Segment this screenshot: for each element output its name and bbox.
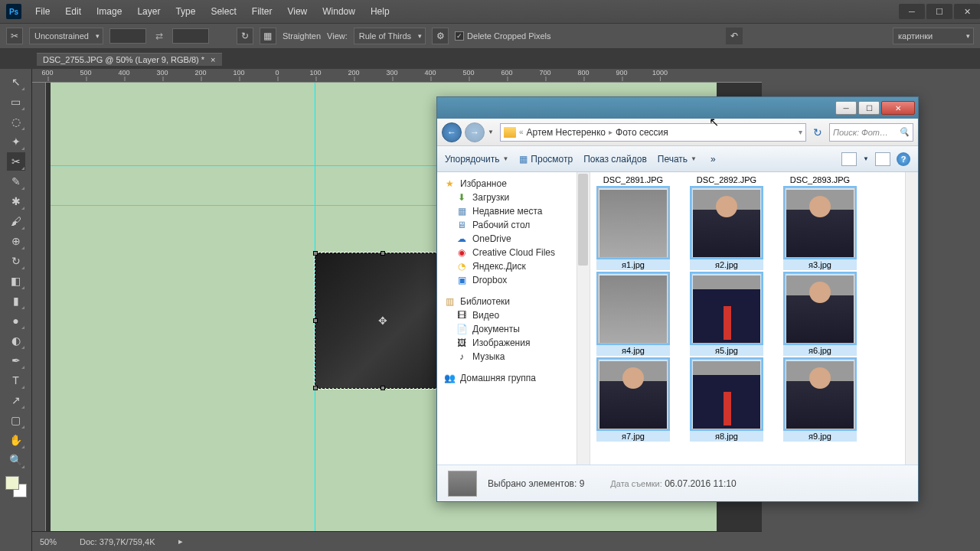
blur-tool[interactable]: ● (7, 311, 25, 330)
selection-marquee[interactable]: ✥ (315, 253, 451, 389)
menu-window[interactable]: Window (315, 0, 363, 23)
move-tool[interactable]: ↖ (7, 73, 25, 91)
chevron-right-icon[interactable]: ▸ (609, 128, 612, 136)
marquee-tool[interactable]: ▭ (7, 93, 25, 111)
foreground-color[interactable] (5, 476, 19, 490)
delete-cropped-checkbox[interactable]: ✓ Delete Cropped Pixels (455, 31, 550, 41)
breadcrumb-item[interactable]: Фото сессия (616, 127, 668, 138)
file-item[interactable]: я3.jpg (783, 187, 857, 270)
file-name[interactable]: DSC_2893.JPG (783, 175, 857, 184)
sidebar-item-yadisk[interactable]: ◔Яндекс.Диск (437, 259, 590, 273)
back-button[interactable]: ← (442, 122, 462, 142)
lasso-tool[interactable]: ◌ (7, 112, 25, 131)
sidebar-item-videos[interactable]: 🎞Видео (437, 308, 590, 322)
document-tab[interactable]: DSC_2755.JPG @ 50% (Layer 9, RGB/8) * × (37, 53, 222, 66)
explorer-window[interactable]: ─ ☐ ✕ ← → ▼ « Артем Нестеренко ▸ Фото се… (436, 96, 919, 502)
sidebar-item-music[interactable]: ♪Музыка (437, 350, 590, 364)
menu-select[interactable]: Select (203, 0, 243, 23)
dodge-tool[interactable]: ◐ (7, 331, 25, 350)
menu-edit[interactable]: Edit (57, 0, 89, 23)
sidebar-scrollbar[interactable] (577, 172, 590, 465)
gradient-tool[interactable]: ▮ (7, 292, 25, 310)
file-grid[interactable]: DSC_2891.JPG DSC_2892.JPG DSC_2893.JPG я… (590, 172, 918, 465)
history-brush-tool[interactable]: ↻ (7, 252, 25, 270)
color-swatches[interactable] (5, 476, 27, 497)
file-item[interactable]: я2.jpg (690, 187, 763, 270)
search-box[interactable]: Поиск: Фот… 🔍 (829, 123, 913, 142)
hand-tool[interactable]: ✋ (7, 431, 25, 449)
preview-pane-button[interactable] (875, 152, 890, 166)
maximize-button[interactable]: ☐ (926, 4, 952, 19)
preview-button[interactable]: ▦Просмотр (519, 154, 573, 165)
sidebar-item-cc[interactable]: ◉Creative Cloud Files (437, 246, 590, 259)
nav-history-dropdown[interactable]: ▼ (488, 129, 497, 135)
slideshow-button[interactable]: Показ слайдов (583, 154, 647, 165)
brush-tool[interactable]: 🖌 (7, 212, 25, 230)
menu-help[interactable]: Help (363, 0, 397, 23)
forward-button[interactable]: → (465, 122, 485, 142)
menu-view[interactable]: View (279, 0, 315, 23)
explorer-titlebar[interactable]: ─ ☐ ✕ (437, 97, 918, 119)
zoom-level[interactable]: 50% (40, 537, 57, 546)
shape-tool[interactable]: ▢ (7, 411, 25, 429)
print-button[interactable]: Печать▼ (658, 154, 697, 165)
explorer-close-button[interactable]: ✕ (881, 101, 915, 115)
file-item[interactable]: я5.jpg (690, 273, 763, 356)
sidebar-item-documents[interactable]: 📄Документы (437, 322, 590, 336)
view-dropdown-icon[interactable]: ▼ (863, 155, 869, 162)
breadcrumb-item[interactable]: Артем Нестеренко (527, 127, 606, 138)
menu-type[interactable]: Type (168, 0, 203, 23)
eyedropper-tool[interactable]: ✎ (7, 172, 25, 191)
files-scrollbar[interactable] (905, 172, 918, 465)
view-mode-button[interactable] (841, 152, 857, 166)
aspect-ratio-dropdown[interactable]: Unconstrained (29, 28, 103, 44)
ruler-horizontal[interactable]: 600 500 400 300 200 100 0 100 200 300 40… (32, 69, 762, 83)
file-item[interactable]: я6.jpg (783, 273, 857, 356)
menu-image[interactable]: Image (89, 0, 129, 23)
eraser-tool[interactable]: ◧ (7, 272, 25, 290)
straighten-icon[interactable]: ▦ (260, 28, 276, 44)
sidebar-item-recent[interactable]: ▦Недавние места (437, 204, 590, 218)
tab-close-icon[interactable]: × (211, 55, 215, 64)
minimize-button[interactable]: ─ (899, 4, 925, 19)
sidebar-group-libraries[interactable]: ▥Библиотеки (437, 295, 590, 308)
stamp-tool[interactable]: ⊕ (7, 232, 25, 250)
reset-icon[interactable]: ↶ (726, 28, 743, 44)
file-item[interactable]: я9.jpg (783, 359, 857, 442)
sidebar-item-images[interactable]: 🖼Изображения (437, 336, 590, 350)
sidebar-item-downloads[interactable]: ⬇Загрузки (437, 191, 590, 204)
height-field[interactable] (172, 28, 209, 44)
sidebar-item-onedrive[interactable]: ☁OneDrive (437, 232, 590, 246)
ruler-vertical[interactable] (32, 83, 46, 531)
menu-filter[interactable]: Filter (244, 0, 280, 23)
explorer-maximize-button[interactable]: ☐ (858, 101, 880, 115)
type-tool[interactable]: T (7, 371, 25, 390)
crop-tool[interactable]: ✂ (7, 152, 25, 171)
address-bar[interactable]: « Артем Нестеренко ▸ Фото сессия ▾ (500, 123, 806, 142)
sidebar-group-homegroup[interactable]: 👥Домашняя группа (437, 371, 590, 385)
file-name[interactable]: DSC_2891.JPG (596, 175, 670, 184)
zoom-tool[interactable]: 🔍 (7, 451, 25, 469)
refresh-button[interactable]: ↻ (809, 124, 826, 141)
gear-icon[interactable]: ⚙ (432, 28, 449, 44)
sidebar-group-favorites[interactable]: ★Избранное (437, 177, 590, 191)
overlay-view-dropdown[interactable]: Rule of Thirds (354, 28, 426, 44)
organize-button[interactable]: Упорядочить▼ (445, 154, 508, 165)
file-item[interactable]: я4.jpg (596, 273, 670, 356)
pen-tool[interactable]: ✒ (7, 351, 25, 370)
sidebar-item-desktop[interactable]: 🖥Рабочий стол (437, 218, 590, 232)
status-arrow-icon[interactable]: ▸ (178, 536, 183, 546)
crop-tool-icon[interactable]: ✂ (6, 28, 23, 44)
file-name[interactable]: DSC_2892.JPG (690, 175, 763, 184)
close-button[interactable]: ✕ (954, 4, 980, 19)
wand-tool[interactable]: ✦ (7, 132, 25, 151)
explorer-minimize-button[interactable]: ─ (835, 101, 857, 115)
sidebar-item-dropbox[interactable]: ▣Dropbox (437, 273, 590, 287)
more-button[interactable]: » (710, 154, 716, 165)
address-dropdown-icon[interactable]: ▾ (799, 128, 802, 136)
menu-file[interactable]: File (28, 0, 57, 23)
straighten-label[interactable]: Straighten (283, 31, 321, 41)
width-field[interactable] (109, 28, 146, 44)
workspace-dropdown[interactable]: картинки (893, 28, 974, 44)
swap-icon[interactable]: ⇄ (152, 31, 166, 41)
